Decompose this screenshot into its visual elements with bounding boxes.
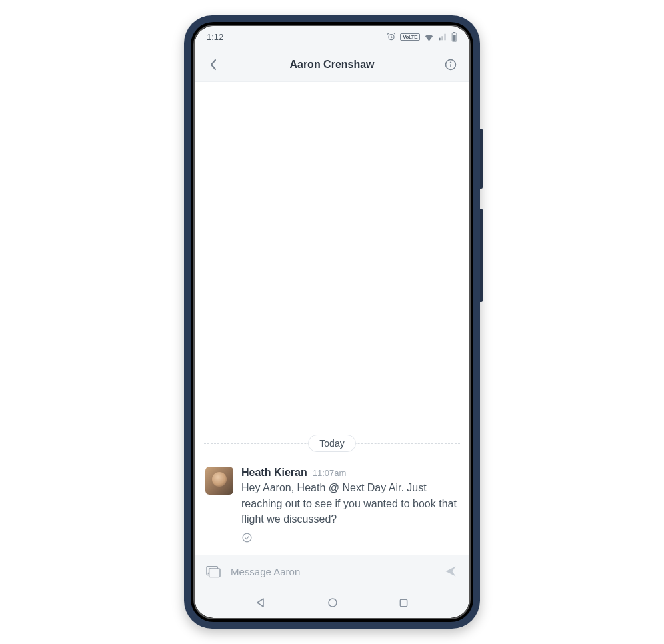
- svg-marker-11: [257, 599, 263, 607]
- circle-home-icon: [327, 597, 338, 608]
- side-button-2: [480, 209, 483, 302]
- message-input[interactable]: [231, 566, 433, 577]
- nav-recent-button[interactable]: [399, 598, 409, 608]
- screen: 1:12 VoLTE: [195, 26, 469, 587]
- composer: [195, 555, 469, 587]
- app-bar: Aaron Crenshaw: [195, 47, 469, 82]
- message-time: 11:07am: [313, 468, 347, 478]
- volte-icon: VoLTE: [400, 33, 420, 41]
- status-icons: VoLTE: [387, 32, 457, 42]
- square-recent-icon: [399, 598, 409, 608]
- message-body: Heath Kieran 11:07am Hey Aaron, Heath @ …: [241, 467, 459, 543]
- android-nav-bar: [195, 587, 469, 618]
- battery-icon: [451, 32, 457, 42]
- sender-name: Heath Kieran: [241, 467, 307, 479]
- svg-point-6: [450, 62, 451, 63]
- svg-point-12: [329, 599, 337, 607]
- nav-home-button[interactable]: [327, 597, 338, 608]
- status-bar: 1:12 VoLTE: [195, 26, 469, 47]
- chevron-left-icon: [209, 59, 217, 71]
- svg-point-7: [243, 533, 251, 542]
- svg-rect-13: [400, 599, 407, 606]
- screen-wrap: 1:12 VoLTE: [193, 25, 471, 619]
- attach-image-button[interactable]: [204, 562, 223, 581]
- clock: 1:12: [207, 32, 223, 42]
- date-divider: Today: [195, 435, 469, 452]
- message-item[interactable]: Heath Kieran 11:07am Hey Aaron, Heath @ …: [195, 461, 469, 555]
- wifi-icon: [424, 33, 434, 41]
- signal-icon: [438, 33, 447, 41]
- message-header: Heath Kieran 11:07am: [241, 467, 459, 479]
- info-icon: [444, 58, 457, 71]
- info-button[interactable]: [441, 55, 460, 74]
- svg-rect-10: [209, 569, 220, 577]
- message-text: Hey Aaron, Heath @ Next Day Air. Just re…: [241, 480, 459, 527]
- avatar[interactable]: [205, 467, 233, 495]
- date-pill: Today: [308, 435, 355, 452]
- triangle-back-icon: [255, 597, 266, 608]
- send-button[interactable]: [441, 562, 460, 581]
- svg-rect-2: [453, 32, 455, 33]
- chat-title: Aaron Crenshaw: [289, 59, 374, 71]
- delivered-icon: [241, 532, 459, 543]
- send-icon: [443, 565, 458, 578]
- image-icon: [206, 565, 221, 578]
- chat-area[interactable]: Today Heath Kieran 11:07am Hey Aaron, He…: [195, 82, 469, 555]
- phone-case: 1:12 VoLTE: [184, 15, 480, 629]
- back-button[interactable]: [204, 55, 223, 74]
- svg-rect-3: [453, 35, 455, 41]
- phone-bezel: 1:12 VoLTE: [191, 22, 473, 622]
- side-button-1: [480, 129, 483, 189]
- alarm-icon: [387, 32, 396, 41]
- nav-back-button[interactable]: [255, 597, 266, 608]
